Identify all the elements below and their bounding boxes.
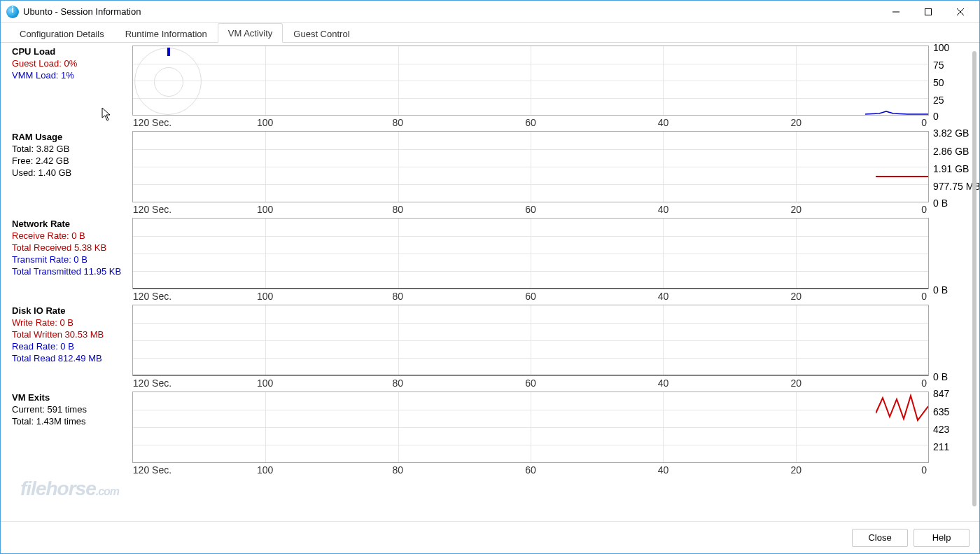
ram-labels: RAM Usage Total: 3.82 GB Free: 2.42 GB U… [12, 131, 132, 179]
cpu-vmm-load: VMM Load: 1% [12, 69, 132, 81]
ram-total: Total: 3.82 GB [12, 143, 132, 155]
disk-write-rate: Write Rate: 0 B [12, 317, 132, 328]
cpu-chart [132, 46, 929, 116]
cpu-pie-gauge [134, 48, 202, 115]
svg-rect-1 [925, 8, 932, 15]
net-chart [132, 218, 929, 289]
disk-labels: Disk IO Rate Write Rate: 0 B Total Writt… [12, 305, 132, 364]
exits-title: VM Exits [12, 392, 132, 403]
tab-configuration-details[interactable]: Configuration Details [9, 24, 115, 43]
help-button[interactable]: Help [913, 529, 969, 547]
panel-network-rate: Network Rate Receive Rate: 0 B Total Rec… [12, 218, 968, 303]
window-buttons [880, 1, 976, 22]
cpu-labels: CPU Load Guest Load: 0% VMM Load: 1% [12, 46, 132, 81]
net-xaxis: 120 Sec. 100 80 60 40 20 0 [132, 289, 929, 303]
window-title: Ubunto - Session Information [23, 6, 141, 17]
maximize-button[interactable] [912, 1, 944, 22]
net-recv-rate: Receive Rate: 0 B [12, 230, 132, 242]
tab-guest-control[interactable]: Guest Control [283, 24, 360, 43]
close-button[interactable]: Close [852, 529, 908, 547]
watermark: filehorse.com [20, 478, 119, 500]
tab-bar: Configuration Details Runtime Informatio… [1, 23, 979, 43]
app-icon [6, 6, 19, 18]
exits-labels: VM Exits Current: 591 times Total: 1.43M… [12, 392, 132, 427]
close-window-button[interactable] [944, 1, 976, 22]
ram-used: Used: 1.40 GB [12, 167, 132, 179]
vertical-scrollbar[interactable] [972, 51, 976, 506]
tab-runtime-information[interactable]: Runtime Information [115, 24, 218, 43]
cpu-title: CPU Load [12, 46, 132, 57]
content-area: CPU Load Guest Load: 0% VMM Load: 1% [1, 43, 979, 521]
net-tx-total: Total Transmitted 11.95 KB [12, 265, 132, 277]
net-labels: Network Rate Receive Rate: 0 B Total Rec… [12, 218, 132, 277]
disk-write-total: Total Written 30.53 MB [12, 328, 132, 340]
net-title: Network Rate [12, 218, 132, 230]
exits-line [876, 392, 928, 427]
panel-cpu-load: CPU Load Guest Load: 0% VMM Load: 1% [12, 46, 968, 130]
tab-vm-activity[interactable]: VM Activity [218, 23, 284, 43]
charts-scrollpane: CPU Load Guest Load: 0% VMM Load: 1% [1, 43, 979, 521]
ram-free: Free: 2.42 GB [12, 155, 132, 167]
disk-title: Disk IO Rate [12, 305, 132, 317]
mouse-cursor-icon [102, 107, 113, 124]
ram-chart [132, 131, 929, 202]
cpu-xaxis: 120 Sec. 100 80 60 40 20 0 [132, 116, 929, 130]
session-info-window: Ubunto - Session Information Configurati… [0, 0, 980, 554]
minimize-button[interactable] [880, 1, 912, 22]
ram-used-line [876, 176, 928, 177]
disk-chart [132, 305, 929, 376]
net-tx-rate: Transmit Rate: 0 B [12, 254, 132, 265]
titlebar: Ubunto - Session Information [1, 1, 979, 23]
exits-current: Current: 591 times [12, 403, 132, 415]
exits-total: Total: 1.43M times [12, 415, 132, 427]
panel-ram-usage: RAM Usage Total: 3.82 GB Free: 2.42 GB U… [12, 131, 968, 216]
cpu-guest-load: Guest Load: 0% [12, 57, 132, 69]
exits-chart [132, 392, 929, 463]
panel-disk-io-rate: Disk IO Rate Write Rate: 0 B Total Writt… [12, 305, 968, 390]
ram-title: RAM Usage [12, 131, 132, 143]
ram-xaxis: 120 Sec. 100 80 60 40 20 0 [132, 202, 929, 216]
disk-read-rate: Read Rate: 0 B [12, 340, 132, 352]
panel-vm-exits: VM Exits Current: 591 times Total: 1.43M… [12, 392, 968, 477]
disk-xaxis: 120 Sec. 100 80 60 40 20 0 [132, 376, 929, 390]
footer: Close Help [1, 521, 979, 553]
disk-read-total: Total Read 812.49 MB [12, 352, 132, 364]
net-recv-total: Total Received 5.38 KB [12, 242, 132, 254]
exits-xaxis: 120 Sec. 100 80 60 40 20 0 [132, 463, 929, 477]
